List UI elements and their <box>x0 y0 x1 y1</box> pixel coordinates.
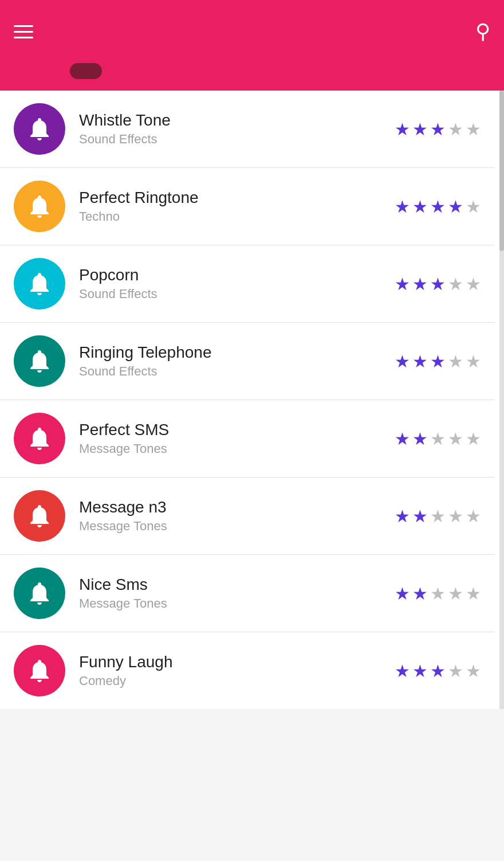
ringtone-icon <box>14 645 65 696</box>
ringtone-stars: ★★★★★ <box>395 506 481 526</box>
ringtone-info: Funny Laugh Comedy <box>79 653 385 688</box>
ringtone-info: Perfect SMS Message Tones <box>79 421 385 456</box>
ringtone-subtitle: Sound Effects <box>79 132 385 147</box>
star-filled: ★ <box>395 351 410 371</box>
ringtone-info: Perfect Ringtone Techno <box>79 189 385 224</box>
star-empty: ★ <box>448 429 463 449</box>
ringtone-stars: ★★★★★ <box>395 274 481 294</box>
list-item[interactable]: Popcorn Sound Effects ★★★★★ <box>0 245 495 323</box>
ringtone-info: Whistle Tone Sound Effects <box>79 111 385 147</box>
ringtone-stars: ★★★★★ <box>395 119 481 139</box>
list-item[interactable]: Message n3 Message Tones ★★★★★ <box>0 478 495 555</box>
ringtone-subtitle: Message Tones <box>79 519 385 534</box>
ringtone-title: Perfect SMS <box>79 421 385 439</box>
tab-new[interactable] <box>102 63 134 79</box>
ringtone-info: Message n3 Message Tones <box>79 498 385 534</box>
star-empty: ★ <box>430 506 446 526</box>
list-item[interactable]: Funny Laugh Comedy ★★★★★ <box>0 632 495 709</box>
ringtone-title: Ringing Telephone <box>79 343 385 362</box>
star-empty: ★ <box>466 119 481 139</box>
ringtone-title: Message n3 <box>79 498 385 516</box>
star-half: ★ <box>430 661 446 681</box>
star-empty: ★ <box>448 119 463 139</box>
star-filled: ★ <box>412 429 428 449</box>
star-filled: ★ <box>412 197 428 217</box>
star-empty: ★ <box>448 584 463 604</box>
star-empty: ★ <box>448 661 463 681</box>
ringtone-stars: ★★★★★ <box>395 429 481 449</box>
star-filled: ★ <box>395 506 410 526</box>
list-item[interactable]: Nice Sms Message Tones ★★★★★ <box>0 555 495 632</box>
scrollbar-thumb[interactable] <box>499 91 504 251</box>
ringtone-title: Funny Laugh <box>79 653 385 671</box>
star-empty: ★ <box>466 661 481 681</box>
star-filled: ★ <box>395 661 410 681</box>
star-empty: ★ <box>448 274 463 294</box>
ringtone-icon <box>14 568 65 619</box>
app-header: ⚲ <box>0 0 504 63</box>
star-filled: ★ <box>430 119 446 139</box>
star-filled: ★ <box>412 506 428 526</box>
star-empty: ★ <box>466 429 481 449</box>
star-filled: ★ <box>412 661 428 681</box>
list-item[interactable]: Ringing Telephone Sound Effects ★★★★★ <box>0 323 495 400</box>
star-filled: ★ <box>412 584 428 604</box>
ringtone-subtitle: Message Tones <box>79 441 385 456</box>
ringtone-title: Popcorn <box>79 266 385 284</box>
list-item[interactable]: Perfect Ringtone Techno ★★★★★ <box>0 168 495 245</box>
ringtone-title: Perfect Ringtone <box>79 189 385 207</box>
ringtone-icon <box>14 413 65 464</box>
ringtone-info: Nice Sms Message Tones <box>79 576 385 611</box>
star-empty: ★ <box>448 506 463 526</box>
star-empty: ★ <box>466 197 481 217</box>
ringtone-subtitle: Message Tones <box>79 596 385 611</box>
star-empty: ★ <box>430 429 446 449</box>
ringtone-icon <box>14 258 65 310</box>
star-filled: ★ <box>395 429 410 449</box>
star-filled: ★ <box>395 119 410 139</box>
star-filled: ★ <box>395 274 410 294</box>
tab-featured[interactable] <box>38 63 70 79</box>
ringtone-stars: ★★★★★ <box>395 584 481 604</box>
star-filled: ★ <box>448 197 463 217</box>
star-filled: ★ <box>412 351 428 371</box>
tab-categories[interactable] <box>6 63 38 79</box>
star-filled: ★ <box>395 584 410 604</box>
ringtone-info: Popcorn Sound Effects <box>79 266 385 302</box>
content-area: Whistle Tone Sound Effects ★★★★★ Perfect… <box>0 91 504 709</box>
star-empty: ★ <box>466 351 481 371</box>
list-item[interactable]: Whistle Tone Sound Effects ★★★★★ <box>0 91 495 168</box>
ringtone-icon <box>14 103 65 155</box>
star-filled: ★ <box>412 119 428 139</box>
star-empty: ★ <box>448 351 463 371</box>
ringtone-stars: ★★★★★ <box>395 197 481 217</box>
ringtone-title: Nice Sms <box>79 576 385 594</box>
ringtone-list: Whistle Tone Sound Effects ★★★★★ Perfect… <box>0 91 504 709</box>
star-filled: ★ <box>430 197 446 217</box>
ringtone-info: Ringing Telephone Sound Effects <box>79 343 385 379</box>
search-icon[interactable]: ⚲ <box>475 19 490 44</box>
ringtone-icon <box>14 490 65 542</box>
ringtone-subtitle: Sound Effects <box>79 287 385 302</box>
star-half: ★ <box>430 351 446 371</box>
star-half: ★ <box>430 274 446 294</box>
star-filled: ★ <box>395 197 410 217</box>
ringtone-stars: ★★★★★ <box>395 351 481 371</box>
star-empty: ★ <box>430 584 446 604</box>
tab-popular[interactable] <box>70 63 102 79</box>
ringtone-subtitle: Techno <box>79 209 385 224</box>
ringtone-subtitle: Sound Effects <box>79 364 385 379</box>
star-empty: ★ <box>466 584 481 604</box>
list-item[interactable]: Perfect SMS Message Tones ★★★★★ <box>0 400 495 478</box>
hamburger-menu-button[interactable] <box>14 25 33 38</box>
ringtone-icon <box>14 335 65 387</box>
ringtone-stars: ★★★★★ <box>395 661 481 681</box>
tabs-bar <box>0 63 504 91</box>
scrollbar[interactable] <box>499 91 504 709</box>
star-filled: ★ <box>412 274 428 294</box>
ringtone-subtitle: Comedy <box>79 674 385 688</box>
ringtone-icon <box>14 181 65 232</box>
star-empty: ★ <box>466 274 481 294</box>
ringtone-title: Whistle Tone <box>79 111 385 130</box>
star-empty: ★ <box>466 506 481 526</box>
